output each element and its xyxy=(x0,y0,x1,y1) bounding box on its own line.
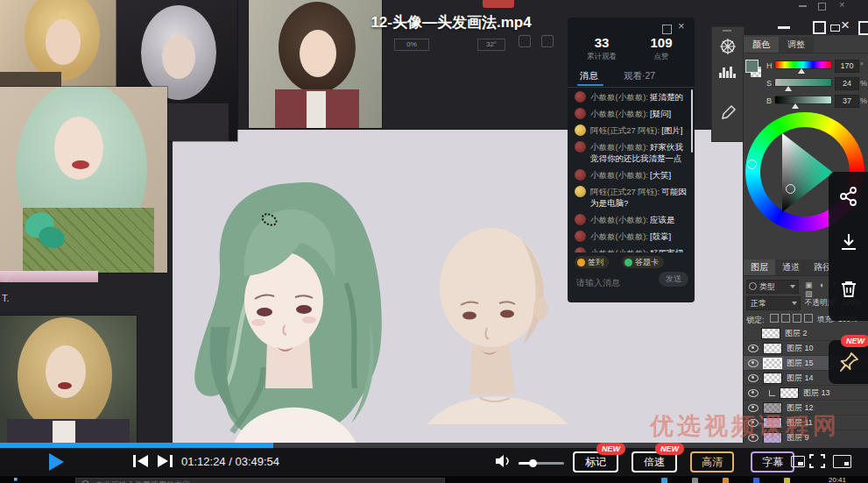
pin-button[interactable] xyxy=(837,351,860,373)
saturation-handle[interactable] xyxy=(785,86,792,91)
tab-watching[interactable]: 观看·27 xyxy=(624,70,655,82)
eye-icon[interactable] xyxy=(748,344,759,352)
chat-message-list[interactable]: 小赦赦(小赦赦):挺清楚的 小赦赦(小赦赦):[疑问] 阿钰(正式27 阿钰):… xyxy=(575,91,690,252)
brightness-slider[interactable] xyxy=(775,96,831,103)
ps-minimize-icon[interactable] xyxy=(799,5,807,7)
send-button[interactable]: 发送 xyxy=(659,272,688,287)
minimize-icon[interactable] xyxy=(778,26,790,29)
eye-icon[interactable] xyxy=(748,359,759,367)
ps-close-icon[interactable]: × xyxy=(839,0,844,10)
taskbar-app-icon[interactable] xyxy=(753,478,759,483)
hue-ring-selector[interactable] xyxy=(747,160,757,169)
layer-thumbnail[interactable] xyxy=(764,418,781,428)
trash-button[interactable] xyxy=(838,279,859,300)
layer-filter-select[interactable]: 类型 xyxy=(746,280,799,294)
popout-chat-icon[interactable] xyxy=(662,25,672,34)
chat-scrollbar[interactable] xyxy=(691,89,693,153)
eye-icon[interactable] xyxy=(748,404,759,412)
flow-field[interactable]: 0% xyxy=(394,39,429,51)
saturation-value[interactable]: 24 xyxy=(835,77,859,90)
tab-layers[interactable]: 图层 xyxy=(744,259,775,275)
maximize-icon[interactable] xyxy=(813,21,826,34)
collapse-handle-icon[interactable] xyxy=(723,30,731,32)
avatar xyxy=(575,186,586,197)
foreground-color-swatch[interactable] xyxy=(745,60,759,73)
lock-all-icon[interactable] xyxy=(804,314,813,323)
search-icon xyxy=(749,282,757,290)
brush-option-icon[interactable] xyxy=(519,35,531,47)
layer-thumbnail[interactable] xyxy=(764,403,781,413)
chat-message: 小赦赦(小赦赦):好家伙我觉得你的还比我清楚一点 xyxy=(575,141,690,164)
taskbar-search-input[interactable] xyxy=(94,479,430,483)
pip-icon[interactable] xyxy=(791,456,805,467)
tool-icon-1[interactable]: ✧. xyxy=(2,273,12,285)
layer-thumbnail[interactable] xyxy=(764,344,781,353)
layer-thumbnail[interactable] xyxy=(764,433,781,443)
tab-channels[interactable]: 通道 xyxy=(775,259,807,275)
chat-input[interactable] xyxy=(575,273,659,291)
brightness-handle[interactable] xyxy=(792,103,799,109)
answer-card-badge[interactable]: 答题卡 xyxy=(622,256,664,268)
layer-row[interactable]: 图层 12 xyxy=(744,401,868,416)
chat-message: 小赦赦(小赦赦):[鼓掌] xyxy=(575,231,690,242)
brush-angle-field[interactable]: 32° xyxy=(477,39,505,51)
layer-thumbnail[interactable] xyxy=(762,329,780,338)
chat-message: 小赦赦(小赦赦):好厉害切好这个形状 xyxy=(575,247,690,252)
volume-slider[interactable] xyxy=(519,462,564,465)
video-title: 12-头像—头发画法.mp4 xyxy=(370,12,531,32)
lock-position-icon[interactable] xyxy=(793,314,801,323)
eye-icon[interactable] xyxy=(748,434,759,442)
tab-messages[interactable]: 消息 xyxy=(580,70,598,82)
layer-row[interactable]: 图层 11 xyxy=(744,416,868,430)
layer-thumbnail[interactable] xyxy=(764,373,781,383)
lock-transparency-icon[interactable] xyxy=(770,314,779,323)
blend-mode-select[interactable]: 正常 xyxy=(746,296,801,310)
subtitle-button[interactable]: 字幕 xyxy=(751,451,794,472)
layer-thumbnail[interactable] xyxy=(764,359,781,368)
eye-icon[interactable] xyxy=(748,374,759,382)
taskbar-app-icon[interactable] xyxy=(723,478,729,483)
brush-panel-icon[interactable] xyxy=(719,104,737,122)
theater-mode-icon[interactable] xyxy=(833,455,851,468)
sv-selector[interactable] xyxy=(786,184,795,194)
painting-bald-head xyxy=(419,217,573,424)
tab-adjust[interactable]: 调整 xyxy=(779,37,814,53)
quality-button[interactable]: 高清 xyxy=(690,451,734,472)
fullscreen-icon[interactable] xyxy=(809,454,825,468)
close-icon[interactable]: × xyxy=(841,17,850,34)
navigator-panel-icon[interactable] xyxy=(719,38,737,55)
histogram-panel-icon[interactable] xyxy=(719,66,737,78)
taskbar-search[interactable] xyxy=(75,478,445,483)
mini-window-icon[interactable] xyxy=(830,25,840,32)
hue-value[interactable]: 170 xyxy=(835,60,859,73)
hue-handle[interactable] xyxy=(798,68,805,74)
volume-icon[interactable] xyxy=(494,453,512,469)
ps-restore-icon[interactable] xyxy=(818,3,826,11)
share-button[interactable] xyxy=(838,186,859,207)
video-surface[interactable]: ✧. T. 0% 32° × 33 累计观看 109 点赞 xyxy=(0,0,868,476)
download-button[interactable] xyxy=(838,231,859,252)
tab-color[interactable]: 颜色 xyxy=(744,37,779,53)
type-tool-icon[interactable]: T. xyxy=(2,293,10,303)
brightness-value[interactable]: 37 xyxy=(835,95,859,108)
taskbar-app-icon[interactable] xyxy=(784,478,790,483)
lock-pixels-icon[interactable] xyxy=(781,314,790,323)
close-chat-icon[interactable]: × xyxy=(678,19,685,32)
record-button[interactable] xyxy=(483,0,514,8)
saturation-slider[interactable] xyxy=(775,79,831,86)
signin-badge[interactable]: 签到 xyxy=(575,256,609,268)
hue-slider[interactable] xyxy=(775,61,831,68)
avatar xyxy=(575,141,586,153)
layer-thumbnail[interactable] xyxy=(780,388,798,398)
eye-icon[interactable] xyxy=(748,389,759,397)
taskbar-app-icon[interactable] xyxy=(692,478,698,483)
windows-start-icon[interactable] xyxy=(14,478,21,483)
taskbar-app-icon[interactable] xyxy=(661,478,667,483)
symmetry-option-icon[interactable] xyxy=(541,35,554,47)
volume-knob[interactable] xyxy=(529,459,537,467)
layer-row-clipped[interactable]: 图层 13 xyxy=(744,386,868,401)
play-button[interactable] xyxy=(49,453,64,471)
eye-icon[interactable] xyxy=(748,419,759,427)
popout-icon[interactable] xyxy=(858,21,868,35)
likes-count: 109 xyxy=(639,35,683,50)
